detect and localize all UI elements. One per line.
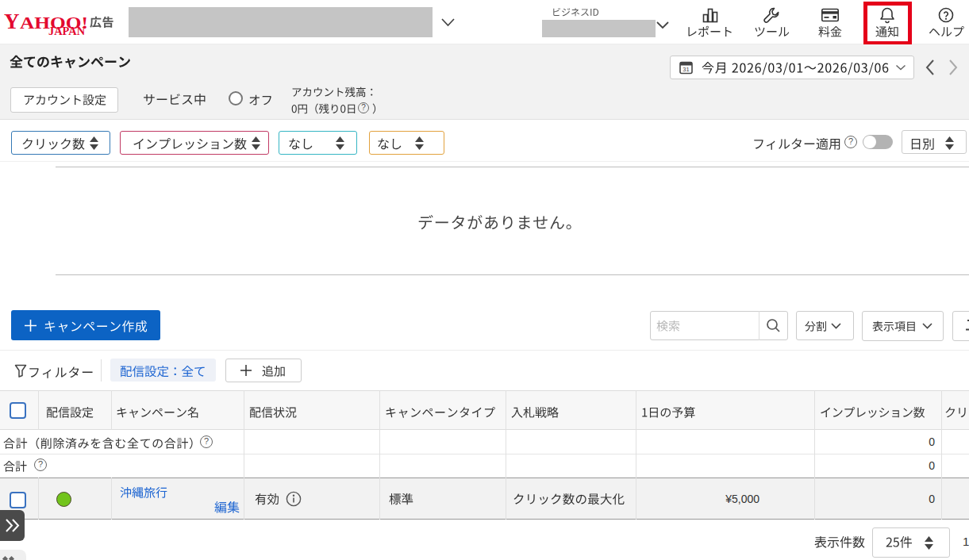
svg-text:JAPAN: JAPAN: [48, 25, 85, 37]
svg-text:31: 31: [683, 66, 689, 73]
svg-text:Y: Y: [4, 13, 20, 33]
